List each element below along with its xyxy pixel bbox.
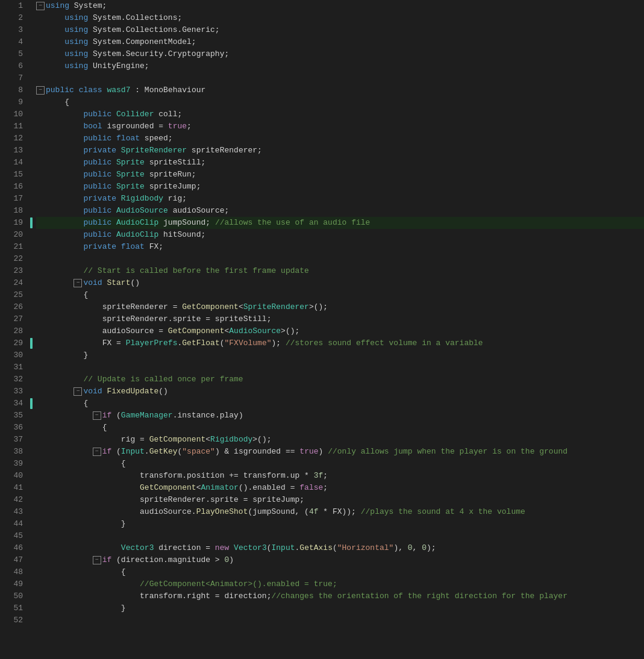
change-indicator-cell xyxy=(29,96,34,108)
indent-space xyxy=(36,96,55,108)
token-fn: Start xyxy=(107,277,130,289)
change-indicator-cell xyxy=(29,241,34,253)
indent-space xyxy=(36,277,73,289)
token-comment: //allows the use of an audio file xyxy=(215,217,370,229)
token-plain xyxy=(111,108,116,120)
change-indicator-cell xyxy=(29,84,34,96)
indent-space xyxy=(36,325,93,337)
line-number: 14 xyxy=(0,157,29,169)
change-indicator-cell xyxy=(29,482,34,494)
change-bar xyxy=(30,217,33,228)
token-plain: ; xyxy=(323,482,328,494)
fold-spacer xyxy=(55,48,63,60)
line-number: 3 xyxy=(0,24,29,36)
token-plain: System.Collections.Generic; xyxy=(88,24,219,36)
line-number: 35 xyxy=(0,410,29,422)
token-plain: * FX)); xyxy=(319,506,361,518)
fold-spacer xyxy=(73,398,82,410)
fold-spacer xyxy=(93,325,101,337)
fold-spacer xyxy=(93,337,101,349)
token-plain: spriteStill; xyxy=(145,157,205,169)
indent-space xyxy=(36,422,93,434)
fold-spacer xyxy=(55,12,63,24)
change-indicator-cell xyxy=(29,373,34,386)
code-line: rig = GetComponent<Rigidbody>(); xyxy=(36,434,644,446)
fold-spacer xyxy=(130,578,139,590)
token-type: Animator xyxy=(201,482,238,494)
token-plain: () xyxy=(130,277,140,289)
line-number: 25 xyxy=(0,289,29,301)
indent-space xyxy=(36,494,130,506)
code-line: −if (Input.GetKey("space") & isgrounded … xyxy=(36,446,644,458)
token-plain: ( xyxy=(267,542,272,554)
token-type: AudioClip xyxy=(116,217,158,229)
token-kw2: true xyxy=(168,120,187,133)
token-str: "FXVolume" xyxy=(225,337,272,349)
token-kw: using xyxy=(64,12,88,24)
token-plain: (jumpSound, ( xyxy=(248,506,308,518)
token-plain: transform.right = direction; xyxy=(140,590,271,602)
fold-button[interactable]: − xyxy=(73,387,82,396)
token-plain: , xyxy=(413,542,422,554)
line-number: 4 xyxy=(0,36,29,48)
token-kw2: true xyxy=(299,446,318,458)
token-comment: //only allows jump when the player is on… xyxy=(328,446,567,458)
change-bar xyxy=(30,338,33,349)
fold-button[interactable]: − xyxy=(93,411,101,420)
line-number: 49 xyxy=(0,578,29,590)
token-plain: FX = xyxy=(102,337,126,349)
token-plain: >(); xyxy=(281,325,299,337)
token-plain: rig; xyxy=(163,193,187,205)
fold-button[interactable]: − xyxy=(36,2,45,10)
change-indicator-cell xyxy=(29,205,34,217)
token-plain: . xyxy=(177,337,182,349)
change-indicator-cell xyxy=(29,72,34,84)
fold-spacer xyxy=(73,289,82,301)
line-number: 38 xyxy=(0,446,29,458)
change-indicator-cell xyxy=(29,169,34,181)
fold-spacer xyxy=(55,24,63,36)
fold-spacer xyxy=(73,349,82,361)
token-type: Rigidbody xyxy=(210,434,252,446)
change-indicator-cell xyxy=(29,578,34,590)
token-plain xyxy=(116,193,121,205)
change-indicator-cell xyxy=(29,193,34,205)
token-plain: ().enabled = xyxy=(239,482,299,494)
token-num: 0 xyxy=(408,542,413,554)
fold-spacer xyxy=(130,506,139,518)
token-type: SpriteRenderer xyxy=(243,301,309,313)
fold-button[interactable]: − xyxy=(93,556,101,564)
token-kw: public xyxy=(83,169,111,181)
token-plain: { xyxy=(83,289,88,301)
token-plain: coll; xyxy=(154,108,182,120)
token-kw: public xyxy=(46,84,74,96)
token-plain: } xyxy=(83,349,88,361)
change-indicator-cell xyxy=(29,265,34,277)
change-indicator-cell xyxy=(29,229,34,241)
code-line: using UnityEngine; xyxy=(36,60,644,72)
token-plain: hitSound; xyxy=(158,229,205,241)
token-kw: public xyxy=(83,217,111,229)
indent-space xyxy=(36,169,73,181)
fold-button[interactable]: − xyxy=(36,86,45,95)
change-indicator-cell xyxy=(29,554,34,566)
token-type: Vector3 xyxy=(234,542,267,554)
token-kw: using xyxy=(64,24,88,36)
token-plain xyxy=(111,133,116,145)
fold-button[interactable]: − xyxy=(93,448,101,456)
change-indicator-cell xyxy=(29,506,34,518)
fold-spacer xyxy=(93,313,101,325)
line-number: 34 xyxy=(0,398,29,410)
code-line: using System.Collections; xyxy=(36,12,644,24)
fold-button[interactable]: − xyxy=(73,279,82,287)
indent-space xyxy=(36,470,130,482)
change-indicator-cell xyxy=(29,120,34,133)
token-comment: // Update is called once per frame xyxy=(83,373,243,386)
token-plain: () xyxy=(158,386,168,398)
token-type: PlayerPrefs xyxy=(126,337,178,349)
token-fn: GetComponent xyxy=(168,325,225,337)
fold-spacer xyxy=(55,60,63,72)
change-indicator-cell xyxy=(29,48,34,60)
change-indicator-cell xyxy=(29,289,34,301)
change-indicator-cell xyxy=(29,530,34,542)
